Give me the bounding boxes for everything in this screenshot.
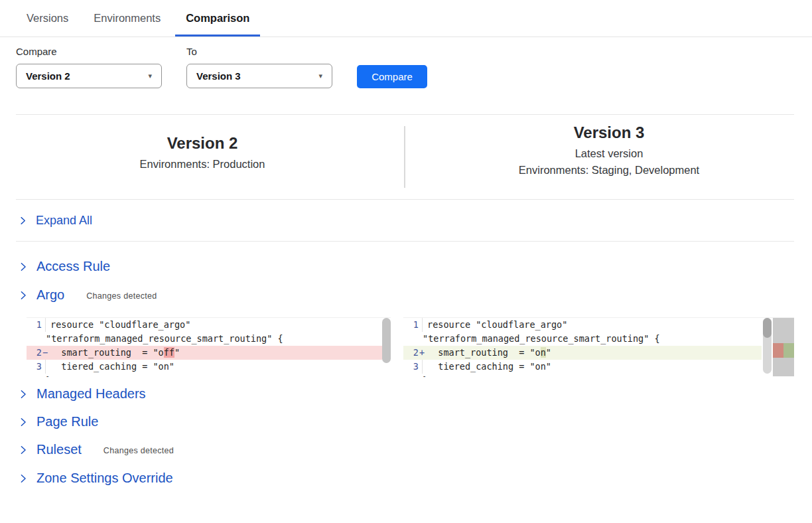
tab-versions[interactable]: Versions [27,0,68,37]
code-text: "terraform_managed_resource_smart_routin… [45,332,382,346]
line-number [27,332,45,346]
to-label: To [186,46,197,57]
scrollbar[interactable] [763,318,772,374]
section-label: Ruleset [36,442,82,457]
chevron-right-icon [19,262,28,271]
compare-label: Compare [16,46,57,57]
diff-sign: + [419,346,425,360]
expand-all[interactable]: Expand All [19,214,92,228]
diff-row: } [403,374,762,377]
changes-detected-badge: Changes detected [86,291,157,301]
version-left-header: Version 2 Environments: Production [16,134,389,175]
diff-row: 1resource "cloudflare_argo" [27,318,382,332]
chevron-right-icon [19,445,28,455]
chevron-right-icon [19,417,28,427]
diff-row: 3 tiered_caching = "on" [27,360,382,374]
section-label: Page Rule [36,414,98,429]
section-label: Argo [36,287,64,303]
line-number: 1 [27,318,45,332]
diff-row: "terraform_managed_resource_smart_routin… [27,332,382,346]
tab-label: Versions [27,12,68,25]
diff-row: 2+ smart_routing = "on" [403,346,762,360]
minimap-removed-block [773,343,783,358]
chevron-right-icon [19,474,28,483]
line-number: 3 [27,360,45,374]
divider [16,241,794,242]
divider [16,199,794,200]
section-managed-headers[interactable]: Managed Headers [19,386,146,402]
diff-sign: − [42,346,48,360]
section-label: Access Rule [36,259,110,274]
section-ruleset[interactable]: RulesetChanges detected [19,442,174,457]
version-left-title: Version 2 [16,134,389,153]
compare-to-select[interactable]: Version 3 ▾ [186,64,332,88]
tab-comparison[interactable]: Comparison [186,0,249,37]
section-access-rule[interactable]: Access Rule [19,259,110,274]
diff-pane-left: 1resource "cloudflare_argo""terraform_ma… [27,317,391,377]
scrollbar[interactable] [382,318,391,377]
code-text: resource "cloudflare_argo" [45,318,382,332]
comparison-page: VersionsEnvironmentsComparison Compare T… [0,0,812,523]
diff-minimap [773,318,794,376]
code-text: resource "cloudflare_argo" [422,318,762,332]
chevron-down-icon: ▾ [148,72,152,80]
line-number: 1 [403,318,422,332]
code-text: smart_routing = "on" [422,346,762,360]
code-text: tiered_caching = "on" [45,360,382,374]
chevron-right-icon [19,216,27,225]
line-number [403,332,422,346]
diff-pane-right: 1resource "cloudflare_argo""terraform_ma… [403,317,794,377]
divider [16,114,794,115]
line-number: 3 [403,360,422,374]
compare-from-select[interactable]: Version 2 ▾ [16,64,162,88]
scrollbar-thumb[interactable] [763,318,772,338]
scrollbar-thumb[interactable] [382,318,391,363]
code-text: tiered_caching = "on" [422,360,762,374]
tab-bar: VersionsEnvironmentsComparison [0,0,812,37]
chevron-right-icon [19,390,28,399]
diff-row: "terraform_managed_resource_smart_routin… [403,332,762,346]
code-text: } [45,374,382,377]
vertical-divider [404,126,405,188]
chevron-right-icon [19,291,28,300]
version-right-latest: Latest version [425,147,793,160]
diff-row: 2− smart_routing = "off" [27,346,382,360]
diff-row: 3 tiered_caching = "on" [403,360,762,374]
section-label: Zone Settings Override [36,471,173,486]
compare-from-value: Version 2 [26,70,70,82]
compare-button[interactable]: Compare [357,65,427,88]
line-number [27,374,45,377]
chevron-down-icon: ▾ [318,72,322,80]
version-left-environments: Environments: Production [16,158,389,171]
minimap-change-marker [773,343,794,358]
code-text: } [422,374,762,377]
version-right-environments: Environments: Staging, Development [425,164,793,177]
code-text: smart_routing = "off" [45,346,382,360]
section-zone-settings-override[interactable]: Zone Settings Override [19,471,173,486]
section-label: Managed Headers [36,386,146,402]
version-right-header: Version 3 Latest version Environments: S… [425,123,793,181]
tab-environments[interactable]: Environments [94,0,161,37]
tab-label: Comparison [186,12,249,25]
expand-all-label: Expand All [36,214,92,228]
diff-row: } [27,374,382,377]
changes-detected-badge: Changes detected [103,446,174,455]
section-argo[interactable]: ArgoChanges detected [19,287,157,303]
line-number [403,374,422,377]
code-text: "terraform_managed_resource_smart_routin… [422,332,762,346]
diff-row: 1resource "cloudflare_argo" [403,318,762,332]
compare-to-value: Version 3 [196,70,241,82]
tab-label: Environments [94,12,161,25]
section-page-rule[interactable]: Page Rule [19,414,98,429]
minimap-added-block [783,343,794,358]
version-right-title: Version 3 [425,123,793,142]
